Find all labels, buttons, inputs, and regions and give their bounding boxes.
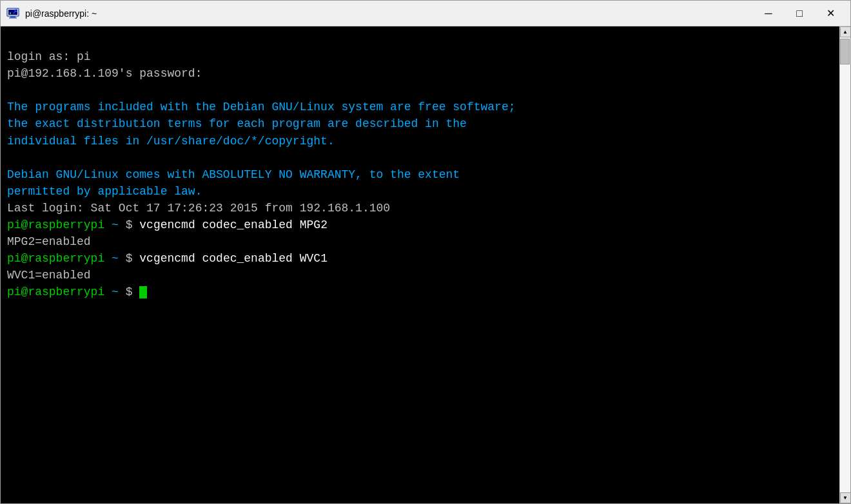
prompt1-tilde: ~ <box>112 218 119 231</box>
motd-line2: the exact distribution terms for each pr… <box>7 117 467 130</box>
terminal-window: pi@raspberrypi: ~ ─ □ ✕ login as: pi pi@… <box>0 0 851 504</box>
scrollbar-track[interactable] <box>840 37 850 492</box>
window-body: login as: pi pi@192.168.1.109's password… <box>1 26 850 503</box>
last-login-line: Last login: Sat Oct 17 17:26:23 2015 fro… <box>7 202 390 215</box>
motd-line5: permitted by applicable law. <box>7 185 202 198</box>
prompt3-tilde: ~ <box>112 286 119 298</box>
cmd2-output: WVC1=enabled <box>7 269 91 282</box>
motd-line4: Debian GNU/Linux comes with ABSOLUTELY N… <box>7 168 460 181</box>
login-line: login as: pi <box>7 50 91 63</box>
terminal-output[interactable]: login as: pi pi@192.168.1.109's password… <box>1 26 839 503</box>
cmd1-text: vcgencmd codec_enabled MPG2 <box>132 218 327 231</box>
prompt2-space <box>119 252 126 265</box>
cmd2-text: vcgencmd codec_enabled WVC1 <box>132 252 327 265</box>
motd-line3: individual files in /usr/share/doc/*/cop… <box>7 135 335 148</box>
svg-rect-2 <box>9 17 17 19</box>
prompt3-dollar: $ <box>126 286 133 298</box>
prompt2-sep <box>104 252 112 265</box>
prompt3-sep <box>104 286 112 298</box>
prompt1-sep <box>104 218 112 231</box>
prompt1-dollar: $ <box>126 218 133 231</box>
scrollbar-thumb[interactable] <box>840 39 850 64</box>
prompt2-dollar: $ <box>126 252 133 265</box>
minimize-button[interactable]: ─ <box>754 3 783 24</box>
svg-rect-1 <box>10 16 15 17</box>
password-line: pi@192.168.1.109's password: <box>7 67 202 80</box>
window-title: pi@raspberrypi: ~ <box>25 8 754 19</box>
motd-line1: The programs included with the Debian GN… <box>7 101 516 113</box>
prompt2-tilde: ~ <box>112 252 119 265</box>
cmd1-output: MPG2=enabled <box>7 235 91 248</box>
prompt3-space2 <box>132 286 139 298</box>
terminal-cursor <box>139 286 147 298</box>
prompt2-user: pi@raspberrypi <box>7 252 104 265</box>
svg-rect-4 <box>10 12 11 14</box>
prompt1-user: pi@raspberrypi <box>7 218 104 231</box>
window-icon <box>6 6 20 21</box>
title-bar: pi@raspberrypi: ~ ─ □ ✕ <box>1 1 850 26</box>
close-button[interactable]: ✕ <box>816 3 845 24</box>
prompt3-space <box>119 286 126 298</box>
maximize-button[interactable]: □ <box>785 3 814 24</box>
scroll-down-button[interactable]: ▼ <box>840 492 851 503</box>
scroll-up-button[interactable]: ▲ <box>840 26 851 37</box>
prompt1-space <box>119 218 126 231</box>
window-controls: ─ □ ✕ <box>754 3 845 24</box>
prompt3-user: pi@raspberrypi <box>7 286 104 298</box>
scrollbar: ▲ ▼ <box>839 26 850 503</box>
